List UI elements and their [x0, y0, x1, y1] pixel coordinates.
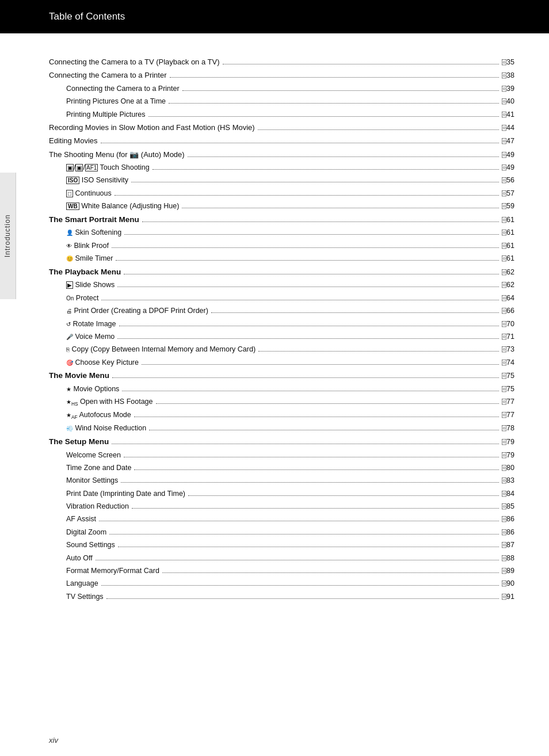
toc-page: ⌻61 — [502, 227, 514, 238]
toc-dots — [182, 90, 499, 91]
toc-dots — [122, 391, 499, 391]
toc-page: ⌻49 — [502, 150, 514, 161]
toc-dots — [124, 274, 499, 274]
toc-page: ⌻79 — [502, 450, 514, 461]
toc-label: 👤 Skin Softening — [66, 227, 121, 238]
toc-row: Format Memory/Format Card ⌻89 — [49, 566, 514, 576]
toc-page: ⌻74 — [502, 357, 514, 368]
toc-dots — [162, 572, 499, 573]
toc-label: Language — [66, 578, 98, 589]
toc-label: Format Memory/Format Card — [66, 566, 159, 576]
toc-label: Connecting the Camera to a Printer — [66, 83, 180, 94]
toc-row: The Movie Menu ⌻75 — [49, 370, 514, 382]
toc-dots — [152, 169, 499, 170]
toc-page: ⌻62 — [502, 267, 514, 278]
toc-row: ▣/▣/AF1 Touch Shooting ⌻49 — [49, 162, 514, 173]
toc-row: ▶ Slide Shows ⌻62 — [49, 280, 514, 291]
toc-row: Language ⌻90 — [49, 578, 514, 589]
page-title: Table of Contents — [49, 11, 125, 22]
toc-label: TV Settings — [66, 591, 104, 602]
toc-dots — [134, 417, 499, 417]
toc-dots — [170, 77, 500, 78]
toc-label: 😊 Smile Timer — [66, 253, 113, 264]
toc-row: Printing Multiple Pictures ⌻41 — [49, 109, 514, 120]
toc-page: ⌻47 — [502, 136, 514, 147]
toc-dots — [223, 64, 500, 64]
toc-row: TV Settings ⌻91 — [49, 591, 514, 602]
toc-page: ⌻44 — [502, 123, 514, 133]
toc-row: On Protect ⌻64 — [49, 293, 514, 304]
toc-dots — [109, 534, 499, 534]
toc-page: ⌻87 — [502, 540, 514, 551]
toc-row: Vibration Reduction ⌻85 — [49, 501, 514, 512]
toc-dots — [188, 156, 499, 157]
toc-page: ⌻39 — [502, 83, 514, 94]
toc-label: ISO ISO Sensitivity — [66, 175, 128, 186]
toc-row: Print Date (Imprinting Date and Time) ⌻8… — [49, 488, 514, 499]
toc-dots — [211, 312, 499, 313]
toc-label: 🖨 Print Order (Creating a DPOF Print Ord… — [66, 306, 208, 316]
toc-row: The Shooting Menu (for 📷 (Auto) Mode) ⌻4… — [49, 149, 514, 161]
toc-page: ⌻35 — [502, 57, 514, 68]
toc-page: ⌻73 — [502, 344, 514, 355]
toc-page: ⌻59 — [502, 201, 514, 212]
toc-row: ★HS Open with HS Footage ⌻77 — [49, 396, 514, 408]
toc-row: Welcome Screen ⌻79 — [49, 450, 514, 461]
toc-row: Recording Movies in Slow Motion and Fast… — [49, 122, 514, 133]
toc-page: ⌻80 — [502, 463, 514, 474]
toc-label: Printing Pictures One at a Time — [66, 96, 166, 107]
toc-label: On Protect — [66, 293, 98, 304]
toc-label: Editing Movies — [49, 135, 98, 147]
toc-label: ↺ Rotate Image — [66, 319, 116, 330]
toc-page: ⌻83 — [502, 475, 514, 486]
toc-label: Time Zone and Date — [66, 463, 131, 474]
toc-row: Connecting the Camera to a Printer ⌻39 — [49, 83, 514, 94]
toc-dots — [117, 287, 499, 287]
toc-dots — [156, 403, 500, 404]
toc-row: Monitor Settings ⌻83 — [49, 475, 514, 486]
toc-page: ⌻89 — [502, 566, 514, 576]
toc-page: ⌻79 — [502, 437, 514, 448]
toc-dots — [112, 247, 499, 248]
toc-row: 💨 Wind Noise Reduction ⌻78 — [49, 423, 514, 434]
toc-dots — [117, 338, 499, 339]
toc-row: The Smart Portrait Menu ⌻61 — [49, 214, 514, 226]
toc-dots — [112, 377, 499, 378]
toc-label: Welcome Screen — [66, 450, 121, 461]
toc-dots — [101, 585, 499, 586]
toc-dots — [258, 351, 499, 352]
toc-label: Printing Multiple Pictures — [66, 109, 146, 120]
toc-page: ⌻61 — [502, 240, 514, 251]
toc-dots — [134, 469, 499, 470]
toc-label: ⎘ Copy (Copy Between Internal Memory and… — [66, 344, 256, 355]
toc-label: 🎯 Choose Key Picture — [66, 357, 139, 368]
toc-page: ⌻78 — [502, 423, 514, 434]
toc-dots — [142, 364, 499, 365]
toc-label: ▶ Slide Shows — [66, 280, 115, 291]
toc-dots — [124, 457, 499, 457]
toc-label: WB White Balance (Adjusting Hue) — [66, 201, 179, 212]
toc-row: 👁 Blink Proof ⌻61 — [49, 240, 514, 251]
toc-page: ⌻71 — [502, 331, 514, 342]
toc-page: ⌻86 — [502, 527, 514, 538]
toc-page: ⌻57 — [502, 188, 514, 199]
toc-row: 😊 Smile Timer ⌻61 — [49, 253, 514, 264]
toc-page: ⌻66 — [502, 306, 514, 316]
toc-label: 👁 Blink Proof — [66, 240, 109, 251]
toc-label: ★AF Autofocus Mode — [66, 410, 131, 421]
toc-dots — [142, 222, 499, 222]
toc-page: ⌻88 — [502, 553, 514, 564]
toc-dots — [119, 326, 500, 326]
toc-row: 🖨 Print Order (Creating a DPOF Print Ord… — [49, 306, 514, 316]
toc-label: Recording Movies in Slow Motion and Fast… — [49, 122, 255, 133]
toc-row: The Setup Menu ⌻79 — [49, 436, 514, 448]
toc-dots — [115, 195, 499, 196]
toc-content: Connecting the Camera to a TV (Playback … — [0, 33, 549, 627]
toc-row: The Playback Menu ⌻62 — [49, 266, 514, 278]
toc-dots — [148, 116, 500, 117]
toc-dots — [188, 495, 499, 496]
toc-label: Digital Zoom — [66, 527, 106, 538]
toc-dots — [99, 521, 499, 521]
toc-dots — [121, 482, 499, 483]
toc-dots — [118, 547, 499, 547]
